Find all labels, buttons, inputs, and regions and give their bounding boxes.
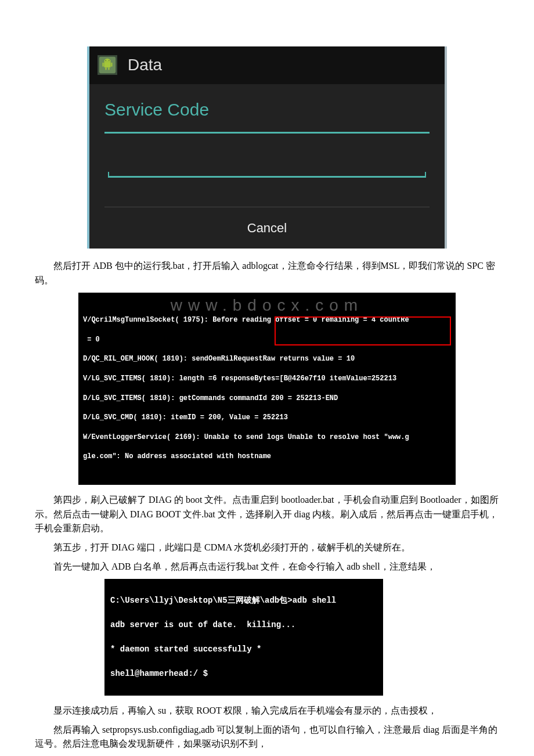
cancel-button[interactable]: Cancel [104,207,430,249]
terminal-adb-shell: C:\Users\llyj\Desktop\N5三网破解\adb包>adb sh… [104,579,383,696]
log-line: gle.com": No address associated with hos… [83,452,271,460]
paragraph-1: 然后打开 ADB 包中的运行我.bat，打开后输入 adblogcat，注意命令… [35,259,499,288]
cmd-line: adb server is out of date. killing... [110,620,295,629]
cmd-line: * daemon started successfully * [110,645,261,654]
watermark-text: www.bdocx.com [78,294,456,316]
dialog-title: Service Code [104,96,430,134]
svg-rect-5 [105,68,106,70]
dialog-cancel-bar: Cancel [104,207,430,249]
svg-point-7 [105,60,106,61]
android-header: Data [89,46,445,84]
svg-rect-2 [104,62,110,68]
cmd-line: shell@hammerhead:/ $ [110,669,208,678]
svg-rect-3 [103,63,104,67]
log-line: W/EventLoggerService( 2169): Unable to s… [83,433,409,441]
terminal-logcat: www.bdocx.com V/QcrilMsgTunnelSocket( 19… [78,293,456,485]
service-code-dialog: Service Code Cancel [89,84,445,249]
log-line: D/QC_RIL_OEM_HOOK( 1810): sendOemRilRequ… [83,355,355,363]
cmd-line: C:\Users\llyj\Desktop\N5三网破解\adb包>adb sh… [110,596,336,605]
svg-point-8 [109,60,109,61]
android-screenshot: Data Service Code Cancel [87,46,447,249]
log-line: V/QcrilMsgTunnelSocket( 1975): Before re… [83,316,409,324]
svg-rect-4 [111,63,112,67]
svg-rect-6 [108,68,109,70]
app-title: Data [128,52,162,78]
paragraph-3: 第五步，打开 DIAG 端口，此端口是 CDMA 水货机必须打开的，破解手机的关… [35,541,499,555]
service-code-input[interactable] [108,149,426,178]
paragraph-2: 第四步，刷入已破解了 DIAG 的 boot 文件。点击重启到 bootload… [35,493,499,536]
log-line: = 0 [83,336,100,344]
log-line: D/LG_SVC_CMD( 1810): itemID = 200, Value… [83,413,288,422]
paragraph-6: 然后再输入 setpropsys.usb.configdiag,adb 可以复制… [35,723,499,752]
log-line: V/LG_SVC_ITEMS( 1810): length =6 respons… [83,375,396,383]
paragraph-4: 首先一键加入 ADB 白名单，然后再点击运行我.bat 文件，在命令行输入 ad… [35,560,499,574]
android-app-icon [98,55,117,75]
log-line: D/LG_SVC_ITEMS( 1810): getCommands comma… [83,394,338,402]
paragraph-5: 显示连接成功后，再输入 su，获取 ROOT 权限，输入完成后在手机端会有显示的… [35,704,499,718]
dialog-input-wrap [104,134,430,207]
